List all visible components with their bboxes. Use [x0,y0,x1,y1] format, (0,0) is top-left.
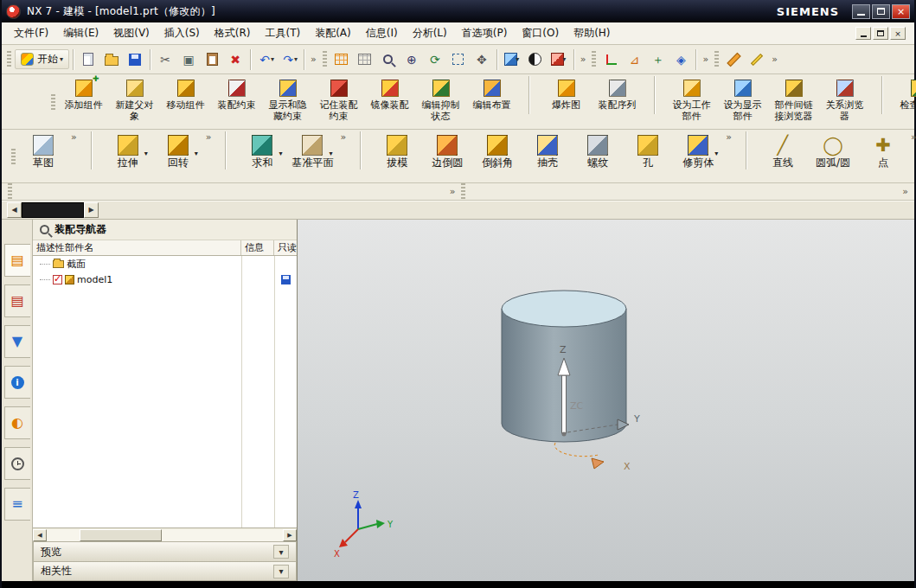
maximize-button[interactable] [872,4,890,19]
redo-button[interactable]: ↷▾ [278,49,300,70]
check-clearances-button[interactable]: ✓检查间隙 [894,76,916,122]
zoom-box-button[interactable] [377,49,400,70]
toolbar-grip[interactable] [714,51,719,68]
paste-button[interactable] [201,49,223,70]
component-checkbox[interactable] [53,275,62,284]
chevron-down-icon[interactable]: ▾ [273,565,289,578]
toolbar-grip[interactable] [11,149,16,166]
menu-item[interactable]: 插入(S) [157,22,207,44]
menu-item[interactable]: 格式(R) [208,22,258,44]
toolbar-grip[interactable] [51,94,55,112]
shell-button[interactable]: 抽壳 [522,131,573,169]
tab-scroll-left-button[interactable]: ◀ [7,202,22,218]
assembly-sequence-button[interactable]: 装配序列 [592,76,643,122]
zoom-in-out-button[interactable]: ⊕ [400,49,423,70]
chamfer-button[interactable]: 倒斜角 [472,131,522,169]
menu-item[interactable]: 编辑(E) [56,22,106,44]
dropdown-arrow-icon[interactable]: ▾ [271,55,274,63]
history-tab-button[interactable] [4,447,30,480]
preview-section-bar[interactable]: 预览 ▾ [33,541,297,561]
make-displayed-part-button[interactable]: 设为显示部件 [717,76,768,122]
edit-arrangements-button[interactable]: 编辑布置 [466,76,517,122]
assembly-navigator-tab-button[interactable]: ▤ [4,244,30,277]
mdi-minimize-button[interactable] [855,27,871,40]
column-read-only[interactable]: 只读 [274,240,297,255]
scrollbar-thumb[interactable] [80,529,162,541]
exploded-views-button[interactable]: 爆炸图 [541,76,592,122]
work-plane-grid-button[interactable] [354,49,376,70]
new-file-button[interactable] [77,49,99,70]
wcs-x-cone[interactable] [592,458,604,469]
dropdown-arrow-icon[interactable]: ▾ [279,150,282,157]
mdi-close-button[interactable]: × [890,27,906,40]
scrollbar-track[interactable] [47,529,283,541]
relations-browser-button[interactable]: 关系浏览器 [819,76,870,122]
menu-item[interactable]: 帮助(H) [567,22,617,44]
menu-item[interactable]: 窗口(O) [515,22,566,44]
copy-button[interactable]: ▣ [177,49,200,70]
toolbar-overflow-icon[interactable]: » [203,131,215,144]
snap-grid-button[interactable] [330,49,353,70]
cylinder-top-face[interactable] [502,291,626,327]
draft-button[interactable]: 拔模 [372,131,422,169]
close-button[interactable]: × [892,4,910,19]
toolbar-overflow-icon[interactable]: » [68,131,80,144]
toolbar-overflow-icon[interactable]: » [308,54,319,66]
scroll-left-button[interactable]: ◀ [33,529,47,541]
mdi-restore-button[interactable] [873,27,888,40]
dropdown-arrow-icon[interactable]: ▾ [714,150,718,157]
show-hide-constraints-button[interactable]: 显示和隐藏约束 [262,76,313,122]
add-component-button[interactable]: ✚添加组件 [58,76,109,122]
render-style-button[interactable] [524,49,547,70]
assembly-constraints-button[interactable]: 装配约束 [211,76,262,122]
sketch-button[interactable]: 草图 [18,131,68,169]
tree-item-label[interactable]: 截面 [67,258,86,271]
menu-item[interactable]: 视图(V) [106,22,157,44]
dropdown-arrow-icon[interactable]: ▾ [516,55,519,63]
toolbar-overflow[interactable]: » [900,186,911,198]
tree-row[interactable]: model1 [33,272,297,287]
revolve-button[interactable]: ▾回转 [153,131,203,169]
dropdown-arrow-icon[interactable]: ▾ [195,150,198,157]
hole-button[interactable]: 孔 [623,131,673,169]
toolbar-overflow-icon[interactable]: » [769,54,780,66]
rotate-view-button[interactable]: ⟳ [424,49,446,70]
point-button[interactable]: ✚点 [858,131,908,169]
roles-tab-button[interactable]: ≡ [4,488,30,521]
tab-scroll-right-button[interactable]: ▶ [84,202,99,218]
constraint-navigator-tab-button[interactable]: ▤ [4,284,30,317]
toolbar-grip[interactable] [461,183,465,201]
toolbar-overflow-icon[interactable]: » [578,54,589,66]
cut-button[interactable]: ✂ [154,49,176,70]
measure-distance-button[interactable] [722,49,745,70]
edge-blend-button[interactable]: 边倒圆 [422,131,472,169]
move-component-button[interactable]: 移动组件 [160,76,211,122]
make-work-part-button[interactable]: 设为工作部件 [666,76,717,122]
pan-view-button[interactable]: ✥ [471,49,493,70]
toolbar-overflow-icon[interactable]: » [700,54,711,66]
column-info[interactable]: 信息 [241,240,274,255]
menu-item[interactable]: 工具(T) [258,22,307,44]
mirror-assembly-button[interactable]: 镜像装配 [364,76,415,122]
orient-view-button[interactable]: ▾ [548,49,570,70]
wcs-orient-button[interactable]: ⊿ [623,49,645,70]
interpart-link-browser-button[interactable]: 部件间链接浏览器 [768,76,819,122]
graphics-viewport[interactable]: Z ZC Y X Z Y X [298,220,914,581]
new-parent-button[interactable]: 新建父对象 [109,76,160,122]
menu-item[interactable]: 分析(L) [406,22,454,44]
dropdown-arrow-icon[interactable]: ▾ [329,150,332,157]
menu-item[interactable]: 文件(F) [7,22,55,44]
open-button[interactable] [100,49,123,70]
fit-view-button[interactable] [447,49,470,70]
start-button[interactable]: 开始 ▾ [15,49,69,69]
unite-button[interactable]: ▾求和 [237,131,287,169]
remember-constraints-button[interactable]: 记住装配约束 [313,76,364,122]
dropdown-arrow-icon[interactable]: ▾ [562,55,566,63]
toolbar-overflow[interactable]: » [447,186,458,198]
toolbar-grip[interactable] [323,51,327,68]
wcs-dynamics-button[interactable] [599,49,622,70]
toolbar-overflow-icon[interactable]: » [723,131,734,144]
measure-angle-button[interactable] [746,49,768,70]
menu-item[interactable]: 首选项(P) [455,22,515,44]
toolbar-overflow-icon[interactable]: » [337,131,349,144]
